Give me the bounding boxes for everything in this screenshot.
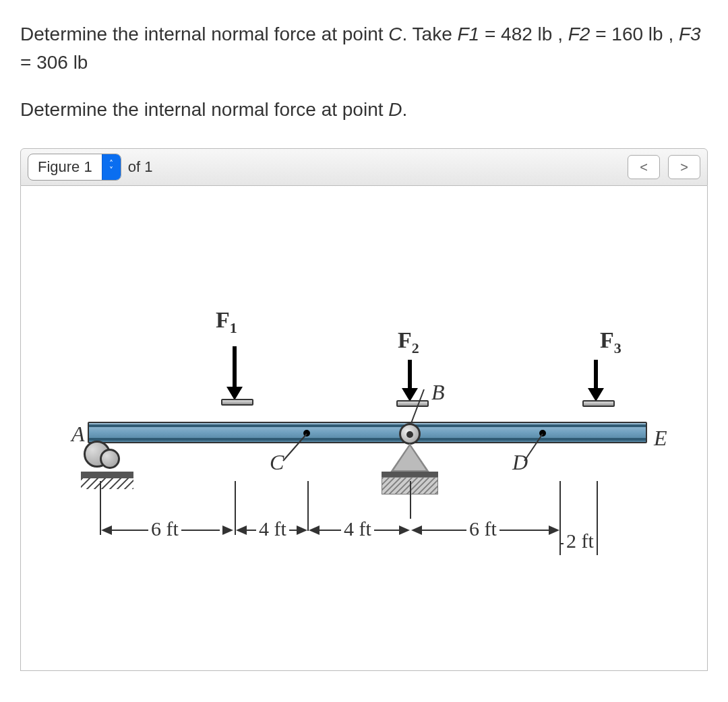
dim-arrow <box>297 525 307 535</box>
dim-text-4: 6 ft <box>466 517 499 540</box>
text: = 306 lb <box>20 52 88 73</box>
force-label-f2: F2 <box>398 327 419 357</box>
dim-arrow <box>101 525 112 535</box>
point-label-e: E <box>654 426 667 451</box>
chevron-down-icon: ˅ <box>109 167 113 174</box>
point-label-d: D <box>512 450 528 475</box>
dim-text-1: 6 ft <box>148 517 181 540</box>
figure-selector[interactable]: Figure 1 ˄ ˅ <box>28 154 121 181</box>
figure-panel: F1 F2 F3 <box>20 186 708 671</box>
var-f2: F2 <box>568 24 590 44</box>
dim-tick <box>307 481 309 531</box>
dim-arrow <box>309 525 320 535</box>
dim-arrow <box>411 525 422 535</box>
point-label-c: C <box>270 450 284 475</box>
dim-tick <box>410 481 411 519</box>
force-label-f1: F1 <box>216 307 237 337</box>
point-label-a: A <box>71 422 85 447</box>
dim-text-5: 2 ft <box>564 530 597 552</box>
dim-arrow <box>236 525 247 535</box>
text: Determine the internal normal force at p… <box>20 24 388 44</box>
dim-tick <box>597 481 598 555</box>
point-label-b: B <box>431 380 445 405</box>
force-arrow-f2 <box>396 360 423 407</box>
point-c-ref: C <box>388 24 402 44</box>
next-figure-button[interactable]: > <box>668 155 700 179</box>
var-f1: F1 <box>458 24 480 44</box>
dim-arrow <box>222 525 233 535</box>
dim-text-3: 4 ft <box>341 517 374 540</box>
figure-header: Figure 1 ˄ ˅ of 1 < > <box>20 148 708 186</box>
stepper-icon[interactable]: ˄ ˅ <box>102 154 121 180</box>
beam <box>88 422 647 443</box>
figure-of-text: of 1 <box>128 158 153 176</box>
text: Determine the internal normal force at p… <box>20 99 388 120</box>
dim-arrow <box>549 525 559 535</box>
text: . <box>402 99 408 120</box>
point-d-dot <box>539 430 546 437</box>
figure-selector-group: Figure 1 ˄ ˅ of 1 <box>28 154 152 181</box>
figure-selector-label: Figure 1 <box>28 156 102 179</box>
text: = 482 lb , <box>479 24 568 44</box>
force-arrow-f1 <box>221 346 248 406</box>
figure-nav-buttons: < > <box>628 155 700 179</box>
force-arrow-f3 <box>582 360 609 407</box>
prev-figure-button[interactable]: < <box>628 155 660 179</box>
beam-diagram: F1 F2 F3 <box>54 199 674 604</box>
dim-text-2: 4 ft <box>256 517 289 540</box>
force-label-f3: F3 <box>600 327 621 357</box>
text: . Take <box>402 24 458 44</box>
var-f3: F3 <box>679 24 701 44</box>
problem-statement: Determine the internal normal force at p… <box>20 20 708 77</box>
chevron-right-icon: > <box>680 160 688 175</box>
point-d-ref: D <box>388 99 402 120</box>
problem-statement-2: Determine the internal normal force at p… <box>20 96 708 124</box>
point-c-dot <box>303 430 310 437</box>
text: = 160 lb , <box>590 24 679 44</box>
chevron-left-icon: < <box>640 160 648 175</box>
dim-arrow <box>399 525 410 535</box>
